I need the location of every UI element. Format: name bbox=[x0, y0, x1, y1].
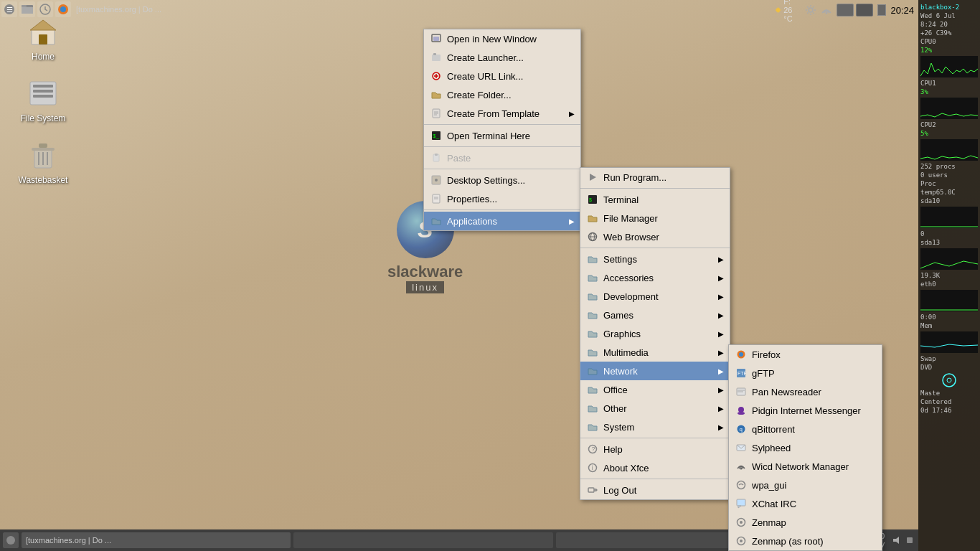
menu-create-url[interactable]: Create URL Link... bbox=[424, 67, 580, 85]
menu-create-folder[interactable]: Create Folder... bbox=[424, 85, 580, 104]
taskbar-menu-btn[interactable] bbox=[3, 532, 19, 548]
network-icon[interactable] bbox=[821, 4, 832, 16]
net-wicd[interactable]: Wicd Network Manager bbox=[729, 457, 882, 476]
menu-create-template[interactable]: Create From Template ▶ bbox=[424, 104, 580, 123]
browser-history-btn[interactable] bbox=[37, 1, 53, 17]
development-arrow: ▶ bbox=[718, 293, 724, 301]
taskbar-systray bbox=[890, 534, 915, 546]
settings-label: Settings bbox=[603, 254, 637, 265]
weather-widget: F: 26 °C bbox=[775, 0, 801, 23]
file-manager-btn[interactable] bbox=[19, 1, 35, 17]
firefox-btn[interactable] bbox=[55, 1, 71, 17]
home-icon[interactable]: Home bbox=[14, 14, 72, 62]
menu-open-new-window[interactable]: Open in New Window bbox=[424, 29, 580, 48]
pidgin-label: Pidgin Internet Messenger bbox=[752, 405, 861, 416]
app-other[interactable]: Other ▶ bbox=[580, 399, 730, 418]
app-file-manager[interactable]: File Manager bbox=[580, 209, 730, 227]
systray-network-tray-icon[interactable] bbox=[904, 534, 915, 546]
wpa-icon bbox=[735, 479, 748, 491]
net-zenmap-root[interactable]: Zenmap (as root) bbox=[729, 532, 882, 550]
svg-marker-48 bbox=[590, 174, 596, 181]
taskbar-app-2[interactable] bbox=[293, 532, 554, 548]
svg-point-60 bbox=[739, 352, 743, 357]
menu-applications[interactable]: Applications ▶ bbox=[424, 212, 580, 230]
rp-sda13-label: sda13 bbox=[920, 238, 978, 247]
wastebasket-icon[interactable]: Wastebasket bbox=[14, 138, 72, 185]
games-label: Games bbox=[603, 310, 633, 321]
menu-create-launcher[interactable]: Create Launcher... bbox=[424, 48, 580, 67]
app-games[interactable]: Games ▶ bbox=[580, 306, 730, 324]
office-icon bbox=[586, 383, 599, 396]
app-office[interactable]: Office ▶ bbox=[580, 380, 730, 399]
app-about-xfce[interactable]: i About Xfce bbox=[580, 458, 730, 477]
app-multimedia[interactable]: Multimedia ▶ bbox=[580, 343, 730, 362]
menu-icon-btn[interactable]: ☰ bbox=[1, 1, 17, 17]
accessories-arrow: ▶ bbox=[718, 274, 724, 282]
svg-rect-31 bbox=[433, 53, 436, 55]
taskbar-app-1[interactable]: [tuxmachines.org | Do ... bbox=[22, 532, 291, 548]
app-sep-1 bbox=[580, 188, 730, 189]
svg-point-71 bbox=[740, 468, 743, 470]
svg-rect-19 bbox=[33, 85, 53, 88]
svg-point-8 bbox=[776, 8, 781, 12]
net-pan-newsreader[interactable]: Pan Newsreader bbox=[729, 382, 882, 401]
app-system[interactable]: System ▶ bbox=[580, 418, 730, 436]
taskbar-btn-2[interactable] bbox=[856, 4, 873, 17]
app-web-browser[interactable]: Web Browser bbox=[580, 227, 730, 246]
net-pidgin[interactable]: Pidgin Internet Messenger bbox=[729, 401, 882, 420]
app-help[interactable]: ? Help bbox=[580, 440, 730, 458]
app-accessories[interactable]: Accessories ▶ bbox=[580, 268, 730, 287]
wpa-gui-label: wpa_gui bbox=[752, 480, 786, 491]
net-xchat[interactable]: XChat IRC bbox=[729, 494, 882, 513]
open-new-window-label: Open in New Window bbox=[447, 34, 537, 44]
firefox-label: Firefox bbox=[752, 349, 781, 360]
svg-point-72 bbox=[738, 481, 745, 489]
app-sep-3 bbox=[580, 438, 730, 438]
terminal-icon: $_ bbox=[430, 129, 443, 142]
right-panel: blackbox-2 Wed 6 Jul 8:24 20 +26 C39% CP… bbox=[918, 0, 980, 551]
svg-text:?: ? bbox=[592, 446, 595, 453]
office-label: Office bbox=[603, 385, 628, 395]
net-wpa-gui[interactable]: wpa_gui bbox=[729, 476, 882, 494]
folder-icon bbox=[430, 88, 443, 101]
rp-sda10-label: sda10 bbox=[920, 197, 978, 205]
systray-audio-icon[interactable] bbox=[890, 534, 902, 546]
net-sylpheed[interactable]: Sylpheed bbox=[729, 438, 882, 457]
menu-desktop-settings[interactable]: Desktop Settings... bbox=[424, 171, 580, 189]
logout-label: Log Out bbox=[603, 485, 636, 496]
app-settings[interactable]: Settings ▶ bbox=[580, 250, 730, 268]
taskbar-btn-1[interactable] bbox=[837, 4, 854, 17]
net-zenmap[interactable]: Zenmap bbox=[729, 513, 882, 532]
slackware-sub: linux bbox=[406, 281, 444, 293]
rp-cpu2-pct: 5% bbox=[920, 129, 978, 138]
svg-rect-21 bbox=[33, 95, 53, 98]
app-development[interactable]: Development ▶ bbox=[580, 287, 730, 306]
svg-point-67 bbox=[738, 412, 745, 415]
wastebasket-label: Wastebasket bbox=[19, 175, 68, 185]
app-terminal[interactable]: $ Terminal bbox=[580, 190, 730, 209]
desktop-settings-label: Desktop Settings... bbox=[447, 175, 525, 186]
svg-point-81 bbox=[943, 374, 956, 387]
app-logout[interactable]: Log Out bbox=[580, 481, 730, 499]
app-sep-2 bbox=[580, 248, 730, 248]
top-panel-icons: ☰ [tuxmachines.org | Do ... bbox=[1, 1, 164, 17]
rp-sda10-bar bbox=[920, 207, 978, 228]
terminal-label: Terminal bbox=[603, 194, 639, 205]
net-gftp[interactable]: FTP gFTP bbox=[729, 364, 882, 382]
slackware-name: slackware bbox=[387, 263, 463, 281]
filesystem-icon[interactable]: File System bbox=[14, 76, 72, 123]
menu-open-terminal[interactable]: $_ Open Terminal Here bbox=[424, 126, 580, 145]
app-network[interactable]: Network ▶ bbox=[580, 362, 730, 380]
properties-label: Properties... bbox=[447, 194, 497, 204]
net-firefox[interactable]: Firefox bbox=[729, 345, 882, 364]
menu-properties[interactable]: Properties... bbox=[424, 189, 580, 208]
app-run-program[interactable]: Run Program... bbox=[580, 168, 730, 187]
separator-2 bbox=[424, 146, 580, 147]
rp-cpu1-bar bbox=[920, 98, 978, 119]
svg-text:FTP: FTP bbox=[738, 371, 746, 376]
app-graphics[interactable]: Graphics ▶ bbox=[580, 324, 730, 343]
systray: F: 26 °C 20:24 bbox=[775, 0, 918, 20]
net-qbittorrent[interactable]: q qBittorrent bbox=[729, 420, 882, 438]
web-icon bbox=[586, 230, 599, 243]
settings-icon[interactable] bbox=[805, 4, 816, 16]
